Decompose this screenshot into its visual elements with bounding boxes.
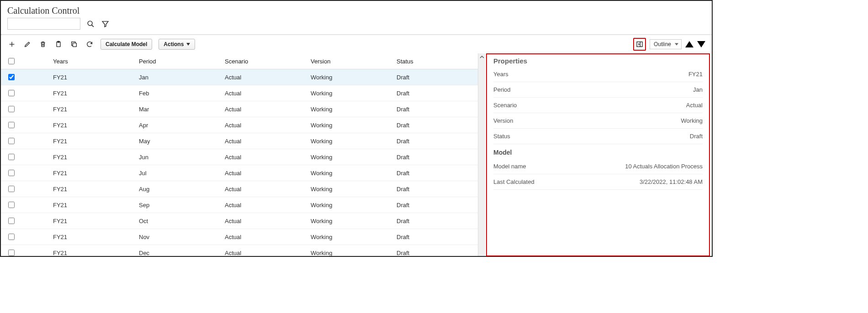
- cell-period: Feb: [134, 85, 220, 101]
- cell-years: FY21: [48, 213, 134, 229]
- row-checkbox[interactable]: [8, 234, 15, 240]
- cell-version: Working: [306, 149, 392, 165]
- toolbar-left: Calculate Model Actions: [7, 39, 195, 50]
- cell-period: Nov: [134, 229, 220, 245]
- cell-version: Working: [306, 197, 392, 213]
- move-down-icon[interactable]: [697, 41, 705, 47]
- properties-panel: Properties Years FY21 Period Jan Scenari…: [486, 53, 710, 256]
- prop-value: Actual: [686, 102, 703, 109]
- col-years[interactable]: Years: [48, 53, 134, 69]
- cell-status: Draft: [392, 85, 478, 101]
- copy-icon[interactable]: [69, 40, 79, 49]
- table-row[interactable]: FY21JulActualWorkingDraft: [1, 165, 478, 181]
- table-row[interactable]: FY21MarActualWorkingDraft: [1, 101, 478, 117]
- actions-button[interactable]: Actions: [159, 39, 195, 50]
- table-row[interactable]: FY21OctActualWorkingDraft: [1, 213, 478, 229]
- prop-label: Scenario: [493, 102, 517, 109]
- row-checkbox[interactable]: [8, 122, 15, 128]
- actions-label: Actions: [164, 41, 184, 47]
- prop-label: Last Calculated: [493, 178, 535, 185]
- prop-label: Version: [493, 117, 513, 124]
- search-icon[interactable]: [86, 19, 95, 28]
- edit-icon[interactable]: [23, 40, 32, 49]
- cell-years: FY21: [48, 181, 134, 197]
- table-row[interactable]: FY21FebActualWorkingDraft: [1, 85, 478, 101]
- toolbar-right: Outline: [633, 38, 705, 51]
- table-row[interactable]: FY21NovActualWorkingDraft: [1, 229, 478, 245]
- row-checkbox[interactable]: [8, 90, 15, 96]
- cell-version: Working: [306, 181, 392, 197]
- view-selector[interactable]: Outline: [650, 39, 682, 49]
- table-row[interactable]: FY21DecActualWorkingDraft: [1, 245, 478, 257]
- filter-icon[interactable]: [101, 19, 110, 28]
- cell-scenario: Actual: [220, 101, 306, 117]
- table-row[interactable]: FY21MayActualWorkingDraft: [1, 133, 478, 149]
- search-input[interactable]: [7, 18, 80, 30]
- grid-area: Years Period Scenario Version Status FY2…: [1, 53, 478, 257]
- table-row[interactable]: FY21AprActualWorkingDraft: [1, 117, 478, 133]
- app-window: Calculation Control: [0, 0, 713, 257]
- table-row[interactable]: FY21JunActualWorkingDraft: [1, 149, 478, 165]
- cell-scenario: Actual: [220, 133, 306, 149]
- delete-icon[interactable]: [38, 40, 48, 49]
- calculate-model-button[interactable]: Calculate Model: [101, 39, 152, 50]
- cell-period: Mar: [134, 101, 220, 117]
- cell-years: FY21: [48, 117, 134, 133]
- panel-title: Properties: [493, 57, 703, 67]
- scroll-up-icon[interactable]: [478, 53, 485, 61]
- cell-status: Draft: [392, 197, 478, 213]
- prop-last-calculated: Last Calculated 3/22/2022, 11:02:48 AM: [493, 174, 703, 190]
- view-selector-label: Outline: [654, 41, 671, 47]
- cell-status: Draft: [392, 213, 478, 229]
- row-checkbox[interactable]: [8, 202, 15, 208]
- panel-toggle-icon[interactable]: [635, 40, 644, 49]
- cell-period: Jan: [134, 69, 220, 85]
- cell-years: FY21: [48, 85, 134, 101]
- cell-status: Draft: [392, 69, 478, 85]
- cell-years: FY21: [48, 165, 134, 181]
- row-checkbox[interactable]: [8, 170, 15, 176]
- table-row[interactable]: FY21JanActualWorkingDraft: [1, 69, 478, 85]
- row-checkbox[interactable]: [8, 74, 15, 80]
- row-checkbox[interactable]: [8, 186, 15, 192]
- table-row[interactable]: FY21AugActualWorkingDraft: [1, 181, 478, 197]
- row-checkbox[interactable]: [8, 250, 15, 256]
- cell-version: Working: [306, 85, 392, 101]
- prop-value: Draft: [690, 133, 703, 140]
- col-version[interactable]: Version: [306, 53, 392, 69]
- row-checkbox[interactable]: [8, 106, 15, 112]
- svg-line-1: [91, 25, 93, 26]
- cell-scenario: Actual: [220, 69, 306, 85]
- page-title: Calculation Control: [1, 1, 712, 18]
- col-scenario[interactable]: Scenario: [220, 53, 306, 69]
- row-checkbox[interactable]: [8, 218, 15, 224]
- cell-scenario: Actual: [220, 197, 306, 213]
- cell-version: Working: [306, 245, 392, 257]
- search-row: [1, 18, 712, 34]
- prop-label: Model name: [493, 163, 526, 170]
- cell-version: Working: [306, 133, 392, 149]
- col-period[interactable]: Period: [134, 53, 220, 69]
- prop-period: Period Jan: [493, 82, 703, 98]
- refresh-icon[interactable]: [85, 40, 94, 49]
- prop-years: Years FY21: [493, 67, 703, 82]
- move-up-icon[interactable]: [685, 41, 693, 47]
- prop-model-name: Model name 10 Actuals Allocation Process: [493, 159, 703, 174]
- scrollbar[interactable]: [478, 53, 485, 257]
- select-all-checkbox[interactable]: [8, 58, 15, 64]
- cell-scenario: Actual: [220, 85, 306, 101]
- row-checkbox[interactable]: [8, 154, 15, 160]
- cell-scenario: Actual: [220, 181, 306, 197]
- add-icon[interactable]: [7, 40, 16, 49]
- toolbar: Calculate Model Actions Outline: [1, 35, 712, 53]
- cell-years: FY21: [48, 197, 134, 213]
- paste-icon[interactable]: [54, 40, 63, 49]
- prop-label: Years: [493, 71, 508, 78]
- panel-toggle-highlight: [633, 38, 646, 51]
- row-checkbox[interactable]: [8, 138, 15, 144]
- chevron-down-icon: [186, 43, 190, 46]
- col-status[interactable]: Status: [392, 53, 478, 69]
- table-row[interactable]: FY21SepActualWorkingDraft: [1, 197, 478, 213]
- cell-status: Draft: [392, 165, 478, 181]
- svg-rect-8: [73, 43, 76, 47]
